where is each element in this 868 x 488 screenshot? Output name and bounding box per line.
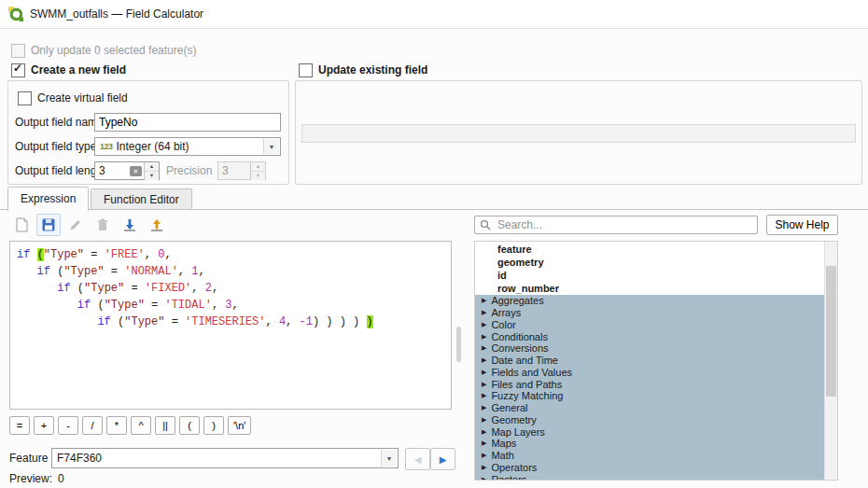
function-group-fuzzy-matching[interactable]: ▶Fuzzy Matching xyxy=(475,390,825,402)
function-group-aggregates[interactable]: ▶Aggregates xyxy=(475,295,825,307)
length-spin-arrows: ▲▼ xyxy=(144,162,159,179)
create-new-field-row: Create a new field xyxy=(11,63,126,77)
operator-button-0[interactable]: = xyxy=(9,416,30,435)
clear-value-icon[interactable]: ✕ xyxy=(130,166,142,176)
expression-line: if ("Type" = 'TIMESERIES', 4, -1) ) ) ) … xyxy=(17,314,444,330)
function-group-arrays[interactable]: ▶Arrays xyxy=(475,307,825,319)
operator-button-4[interactable]: * xyxy=(106,416,127,435)
operator-button-1[interactable]: + xyxy=(34,416,54,435)
function-list: featuregeometryidrow_number▶Aggregates▶A… xyxy=(474,241,838,481)
save-expression-button[interactable] xyxy=(36,214,61,236)
spin-up-icon[interactable]: ▲ xyxy=(145,162,159,172)
function-group-math[interactable]: ▶Math xyxy=(475,450,825,462)
function-group-color[interactable]: ▶Color xyxy=(475,319,825,331)
titlebar[interactable]: SWMM_outfalls — Field Calculator xyxy=(0,0,868,28)
function-group-files-and-paths[interactable]: ▶Files and Paths xyxy=(475,378,825,390)
function-group-geometry[interactable]: ▶Geometry xyxy=(475,414,825,426)
function-group-rasters[interactable]: ▶Rasters xyxy=(475,473,825,481)
function-group-map-layers[interactable]: ▶Map Layers xyxy=(475,425,825,438)
field-calculator-window: SWMM_outfalls — Field Calculator Only up… xyxy=(0,0,868,488)
expand-arrow-icon: ▶ xyxy=(482,309,486,316)
precision-label: Precision xyxy=(166,161,212,180)
function-group-date-and-time[interactable]: ▶Date and Time xyxy=(475,355,825,367)
window-title: SWMM_outfalls — Field Calculator xyxy=(30,7,203,21)
pencil-icon xyxy=(68,217,83,232)
precision-spinbox: 3 ▲▼ xyxy=(217,161,266,180)
operator-button-7[interactable]: ( xyxy=(179,416,200,435)
only-update-selected-row: Only update 0 selected feature(s) xyxy=(11,43,196,58)
expand-arrow-icon: ▶ xyxy=(482,369,486,376)
tab-function-editor[interactable]: Function Editor xyxy=(91,188,192,210)
only-update-selected-checkbox[interactable] xyxy=(11,44,25,58)
function-group-general[interactable]: ▶General xyxy=(475,402,825,414)
expression-editor[interactable]: if ("Type" = 'FREE', 0, if ("Type" = 'NO… xyxy=(9,241,452,410)
update-existing-field-label: Update existing field xyxy=(318,63,427,77)
output-field-type-combo[interactable]: 123 Integer (64 bit) ▼ xyxy=(94,137,281,156)
feature-label: Feature xyxy=(9,449,48,467)
integer-type-icon: 123 xyxy=(100,142,113,151)
function-list-rows: featuregeometryidrow_number▶Aggregates▶A… xyxy=(475,243,825,481)
function-group-conversions[interactable]: ▶Conversions xyxy=(475,342,825,355)
expand-arrow-icon: ▶ xyxy=(482,297,486,304)
function-group-maps[interactable]: ▶Maps xyxy=(475,438,825,450)
export-expressions-button[interactable] xyxy=(145,214,169,236)
update-existing-field-checkbox[interactable] xyxy=(299,63,313,77)
export-arrow-icon xyxy=(149,217,164,232)
scrollbar-thumb[interactable] xyxy=(826,266,836,397)
expand-arrow-icon: ▶ xyxy=(482,476,486,481)
previous-feature-button[interactable]: ◀ xyxy=(405,448,430,470)
new-field-frame: Create virtual field Output field name O… xyxy=(7,80,289,185)
spin-down-icon[interactable]: ▼ xyxy=(145,172,159,180)
expand-arrow-icon: ▶ xyxy=(482,321,486,328)
output-field-type-value: Integer (64 bit) xyxy=(117,140,189,153)
combo-arrow-icon: ▼ xyxy=(263,139,279,154)
function-group-operators[interactable]: ▶Operators xyxy=(475,462,825,474)
function-item-feature[interactable]: feature xyxy=(475,243,825,256)
delete-expression-button[interactable] xyxy=(91,214,115,236)
show-help-button[interactable]: Show Help xyxy=(766,215,838,235)
create-new-field-checkbox[interactable] xyxy=(11,63,25,77)
splitter-handle[interactable] xyxy=(456,327,461,362)
existing-field-combo xyxy=(301,124,856,143)
output-field-length-spinbox[interactable]: 3 ✕ ▲▼ xyxy=(94,161,160,180)
operator-button-9[interactable]: '\n' xyxy=(228,416,251,435)
operator-button-5[interactable]: ^ xyxy=(131,416,151,435)
create-virtual-field-row: Create virtual field xyxy=(18,91,128,105)
output-field-name-input[interactable] xyxy=(94,113,281,132)
import-expressions-button[interactable] xyxy=(118,214,142,236)
function-search-input[interactable] xyxy=(474,216,758,234)
combo-arrow-icon: ▼ xyxy=(381,450,397,467)
expression-toolbar xyxy=(9,214,169,236)
function-item-geometry[interactable]: geometry xyxy=(475,256,825,269)
trash-icon xyxy=(95,217,110,232)
create-virtual-field-checkbox[interactable] xyxy=(18,91,32,105)
expand-arrow-icon: ▶ xyxy=(482,381,486,388)
previous-arrow-icon: ◀ xyxy=(414,454,422,465)
operator-button-3[interactable]: / xyxy=(82,416,103,435)
save-disk-icon xyxy=(41,217,56,232)
expand-arrow-icon: ▶ xyxy=(482,464,486,471)
expand-arrow-icon: ▶ xyxy=(482,333,486,341)
operator-button-8[interactable]: ) xyxy=(203,416,224,435)
function-item-id[interactable]: id xyxy=(475,269,825,282)
update-existing-field-row: Update existing field xyxy=(299,63,427,77)
import-arrow-icon xyxy=(122,217,137,232)
operator-button-2[interactable]: - xyxy=(58,416,78,435)
expression-line: if ("Type" = 'FIXED', 2, xyxy=(17,280,444,297)
new-expression-button[interactable] xyxy=(9,214,34,236)
expression-line: if ("Type" = 'FREE', 0, xyxy=(17,246,444,263)
only-update-selected-label: Only update 0 selected feature(s) xyxy=(31,44,196,57)
edit-expression-button[interactable] xyxy=(63,214,88,236)
function-group-fields-and-values[interactable]: ▶Fields and Values xyxy=(475,367,825,379)
expression-line: if ("Type" = 'NORMAL', 1, xyxy=(17,263,444,280)
feature-combo[interactable]: F74F360 ▼ xyxy=(51,448,399,468)
existing-field-frame xyxy=(295,80,862,185)
operator-button-6[interactable]: || xyxy=(155,416,175,435)
function-item-row-number[interactable]: row_number xyxy=(475,282,825,295)
function-list-scrollbar[interactable] xyxy=(824,242,837,480)
function-group-conditionals[interactable]: ▶Conditionals xyxy=(475,330,825,342)
tab-expression[interactable]: Expression xyxy=(7,187,89,211)
expression-line: if ("Type" = 'TIDAL', 3, xyxy=(17,297,444,314)
next-feature-button[interactable]: ▶ xyxy=(430,448,455,470)
precision-value: 3 xyxy=(218,164,250,177)
